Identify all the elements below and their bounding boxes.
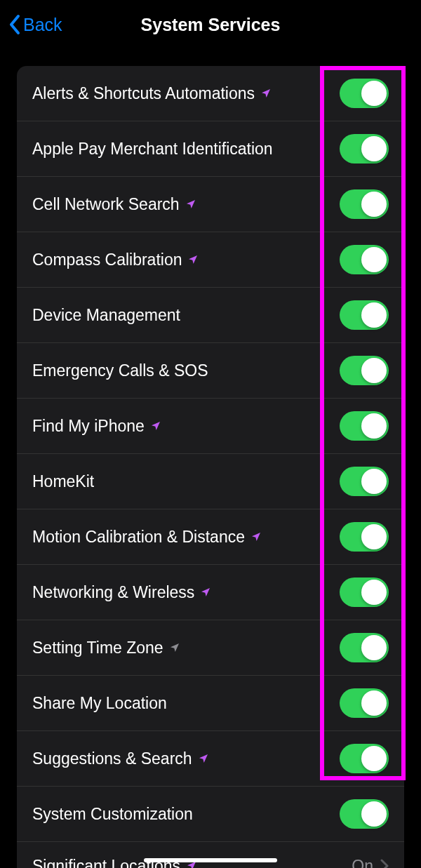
- list-item[interactable]: Setting Time Zone: [17, 620, 404, 676]
- chevron-left-icon: [8, 14, 20, 35]
- row-label: Share My Location: [32, 694, 167, 713]
- row-label: System Customization: [32, 805, 193, 824]
- toggle-switch[interactable]: [340, 189, 389, 219]
- location-arrow-icon: [185, 199, 196, 210]
- toggle-switch[interactable]: [340, 799, 389, 829]
- toggle-switch[interactable]: [340, 522, 389, 552]
- toggle-switch[interactable]: [340, 134, 389, 163]
- row-label: Apple Pay Merchant Identification: [32, 140, 273, 159]
- row-label: Networking & Wireless: [32, 583, 194, 602]
- location-arrow-icon: [169, 642, 180, 653]
- row-label: Suggestions & Search: [32, 749, 192, 768]
- toggle-switch[interactable]: [340, 688, 389, 718]
- row-label: Find My iPhone: [32, 417, 145, 436]
- list-item[interactable]: Suggestions & Search: [17, 731, 404, 787]
- list-item[interactable]: Networking & Wireless: [17, 565, 404, 620]
- list-item[interactable]: Apple Pay Merchant Identification: [17, 121, 404, 177]
- toggle-switch[interactable]: [340, 577, 389, 607]
- list-item[interactable]: Emergency Calls & SOS: [17, 343, 404, 399]
- services-list: Alerts & Shortcuts Automations Apple Pay…: [17, 66, 404, 868]
- home-indicator[interactable]: [144, 858, 277, 862]
- row-label: Motion Calibration & Distance: [32, 528, 245, 547]
- list-item[interactable]: Compass Calibration: [17, 232, 404, 288]
- toggle-switch[interactable]: [340, 633, 389, 662]
- row-label: Setting Time Zone: [32, 639, 163, 657]
- location-arrow-icon: [150, 420, 161, 432]
- back-label: Back: [23, 15, 62, 35]
- list-item[interactable]: Device Management: [17, 288, 404, 343]
- toggle-switch[interactable]: [340, 356, 389, 385]
- row-label: Cell Network Search: [32, 195, 180, 214]
- nav-header: Back System Services: [0, 0, 421, 49]
- list-item[interactable]: HomeKit: [17, 454, 404, 509]
- list-item[interactable]: Share My Location: [17, 676, 404, 731]
- location-arrow-icon: [187, 254, 199, 265]
- row-label: Device Management: [32, 306, 180, 325]
- row-label: Alerts & Shortcuts Automations: [32, 84, 255, 103]
- chevron-right-icon: [380, 859, 389, 868]
- location-arrow-icon: [260, 88, 272, 99]
- row-label: HomeKit: [32, 472, 94, 491]
- row-label: Emergency Calls & SOS: [32, 361, 208, 380]
- location-arrow-icon: [250, 531, 262, 542]
- list-item[interactable]: Find My iPhone: [17, 399, 404, 454]
- row-value: On: [352, 857, 373, 869]
- list-item-nav[interactable]: Significant Locations On: [17, 842, 404, 868]
- toggle-switch[interactable]: [340, 79, 389, 108]
- toggle-switch[interactable]: [340, 300, 389, 330]
- page-title: System Services: [141, 15, 281, 35]
- toggle-switch[interactable]: [340, 411, 389, 441]
- list-item[interactable]: System Customization: [17, 787, 404, 842]
- back-button[interactable]: Back: [8, 14, 62, 35]
- toggle-switch[interactable]: [340, 245, 389, 274]
- toggle-switch[interactable]: [340, 467, 389, 496]
- toggle-switch[interactable]: [340, 744, 389, 773]
- location-arrow-icon: [200, 587, 211, 598]
- list-item[interactable]: Cell Network Search: [17, 177, 404, 232]
- location-arrow-icon: [198, 753, 209, 764]
- list-item[interactable]: Alerts & Shortcuts Automations: [17, 66, 404, 121]
- row-label: Compass Calibration: [32, 251, 182, 269]
- list-item[interactable]: Motion Calibration & Distance: [17, 509, 404, 565]
